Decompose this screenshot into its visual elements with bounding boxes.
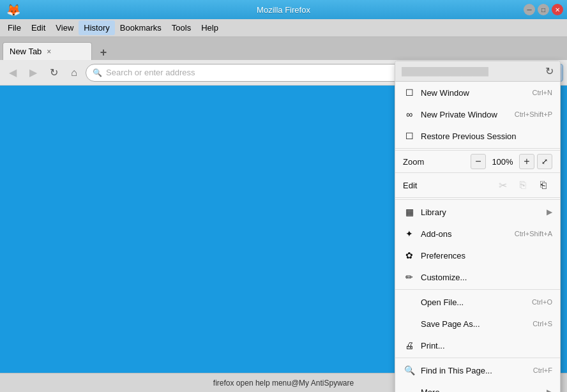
menu-bar: File Edit View History Bookmarks Tools H… xyxy=(0,19,567,37)
sync-button[interactable]: ↻ xyxy=(545,65,554,77)
open-file-item[interactable]: Open File... Ctrl+O xyxy=(395,291,560,313)
customize-item[interactable]: ✏ Customize... xyxy=(395,266,560,288)
status-text: firefox open help menu@My AntiSpyware xyxy=(213,379,354,388)
paste-button[interactable]: ⎗ xyxy=(534,176,552,194)
refresh-button[interactable]: ↻ xyxy=(45,64,63,82)
more-label: More xyxy=(421,388,543,393)
print-item[interactable]: 🖨 Print... xyxy=(395,335,560,356)
addons-item[interactable]: ✦ Add-ons Ctrl+Shift+A xyxy=(395,223,560,245)
menu-help[interactable]: Help xyxy=(196,20,223,35)
active-tab[interactable]: New Tab × xyxy=(3,42,92,60)
menu-tools[interactable]: Tools xyxy=(167,20,196,35)
close-button[interactable]: ✕ xyxy=(552,4,563,15)
customize-label: Customize... xyxy=(421,273,552,282)
separator-2 xyxy=(395,199,560,200)
separator-4 xyxy=(395,358,560,358)
preferences-label: Preferences xyxy=(421,251,552,260)
separator-3 xyxy=(395,289,560,290)
preferences-icon: ✿ xyxy=(403,249,416,262)
zoom-row: Zoom − 100% + ⤢ xyxy=(395,150,560,173)
save-page-label: Save Page As... xyxy=(421,319,533,329)
back-button[interactable]: ◀ xyxy=(4,64,22,82)
new-window-shortcut: Ctrl+N xyxy=(533,89,552,96)
find-page-label: Find in This Page... xyxy=(421,366,533,375)
menu-view[interactable]: View xyxy=(50,20,79,35)
print-icon: 🖨 xyxy=(403,339,416,352)
new-tab-button[interactable]: + xyxy=(94,45,112,60)
new-private-window-item[interactable]: ∞ New Private Window Ctrl+Shift+P xyxy=(395,103,560,125)
more-icon xyxy=(403,386,416,392)
more-arrow: ▶ xyxy=(547,388,552,392)
new-private-window-shortcut: Ctrl+Shift+P xyxy=(515,110,552,118)
firefox-logo: 🦊 xyxy=(6,3,19,16)
addons-icon: ✦ xyxy=(403,227,416,240)
edit-row: Edit ✂ ⎘ ⎗ xyxy=(395,173,560,198)
addons-label: Add-ons xyxy=(421,229,515,239)
edit-label: Edit xyxy=(403,181,491,190)
private-window-icon: ∞ xyxy=(403,108,416,121)
library-arrow: ▶ xyxy=(547,207,552,216)
library-icon: ▦ xyxy=(403,206,416,218)
addons-shortcut: Ctrl+Shift+A xyxy=(515,230,552,237)
menu-header-text: ████████████████ xyxy=(402,67,488,76)
library-label: Library xyxy=(421,207,543,217)
address-placeholder: Search or enter address xyxy=(106,68,195,77)
title-bar-controls: ─ □ ✕ xyxy=(524,4,563,15)
preferences-item[interactable]: ✿ Preferences xyxy=(395,245,560,266)
cut-button[interactable]: ✂ xyxy=(494,176,511,194)
save-page-shortcut: Ctrl+S xyxy=(533,320,552,328)
print-label: Print... xyxy=(421,341,552,351)
forward-button[interactable]: ▶ xyxy=(24,64,42,82)
home-button[interactable]: ⌂ xyxy=(65,64,83,82)
new-window-icon: ☐ xyxy=(403,86,416,99)
customize-icon: ✏ xyxy=(403,271,416,283)
open-file-shortcut: Ctrl+O xyxy=(532,298,552,306)
tab-bar: New Tab × + xyxy=(0,37,567,60)
restore-session-item[interactable]: ☐ Restore Previous Session xyxy=(395,125,560,147)
minimize-button[interactable]: ─ xyxy=(524,4,535,15)
find-page-shortcut: Ctrl+F xyxy=(533,366,552,374)
new-window-label: New Window xyxy=(421,88,533,98)
new-private-window-label: New Private Window xyxy=(421,110,515,119)
separator-1 xyxy=(395,148,560,149)
more-item[interactable]: More ▶ xyxy=(395,381,560,392)
menu-header: ████████████████ ↻ xyxy=(395,61,560,82)
save-page-icon xyxy=(403,317,416,330)
find-page-item[interactable]: 🔍 Find in This Page... Ctrl+F xyxy=(395,359,560,381)
restore-session-icon: ☐ xyxy=(403,130,416,142)
zoom-value: 100% xyxy=(491,157,514,167)
copy-button[interactable]: ⎘ xyxy=(514,176,532,194)
maximize-button[interactable]: □ xyxy=(538,4,549,15)
zoom-out-button[interactable]: − xyxy=(471,154,486,169)
title-bar-title: Mozilla Firefox xyxy=(257,5,310,15)
tab-close-button[interactable]: × xyxy=(47,47,51,56)
library-item[interactable]: ▦ Library ▶ xyxy=(395,201,560,223)
tab-title: New Tab xyxy=(10,47,42,56)
open-file-icon xyxy=(403,296,416,308)
zoom-in-button[interactable]: + xyxy=(519,154,534,169)
zoom-label: Zoom xyxy=(403,157,471,167)
zoom-fullscreen-button[interactable]: ⤢ xyxy=(537,154,552,169)
menu-edit[interactable]: Edit xyxy=(26,20,50,35)
open-file-label: Open File... xyxy=(421,298,532,307)
dropdown-menu: ████████████████ ↻ ☐ New Window Ctrl+N ∞… xyxy=(395,61,561,392)
menu-history[interactable]: History xyxy=(79,20,114,35)
save-page-item[interactable]: Save Page As... Ctrl+S xyxy=(395,313,560,335)
restore-session-label: Restore Previous Session xyxy=(421,132,552,141)
title-bar: 🦊 Mozilla Firefox ─ □ ✕ xyxy=(0,0,567,19)
search-icon: 🔍 xyxy=(93,68,102,77)
new-window-item[interactable]: ☐ New Window Ctrl+N xyxy=(395,82,560,103)
menu-file[interactable]: File xyxy=(3,20,26,35)
find-page-icon: 🔍 xyxy=(403,364,416,377)
menu-bookmarks[interactable]: Bookmarks xyxy=(115,20,167,35)
